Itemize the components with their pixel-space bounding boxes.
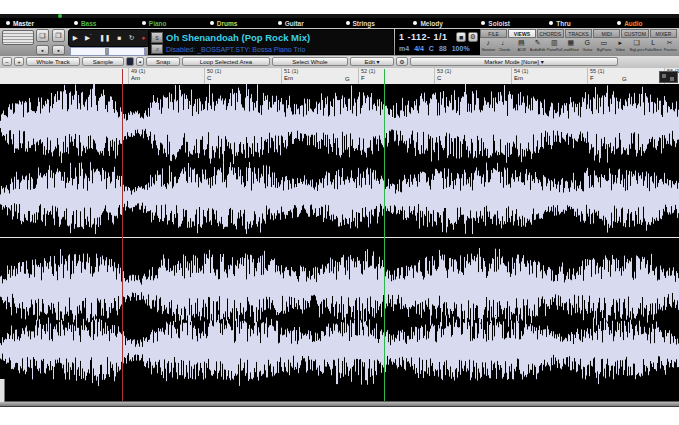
ruler-bar[interactable]: 55 (1)F (587, 68, 604, 84)
track-radio-dot[interactable] (6, 21, 10, 25)
track-tab-piano[interactable]: Piano (136, 18, 204, 28)
sample-button[interactable]: Sample (82, 57, 124, 66)
track-radio-dot[interactable] (210, 21, 214, 25)
track-tab-audio[interactable]: Audio (611, 18, 679, 28)
ruler-corner-widget[interactable] (659, 71, 678, 83)
track-radio-dot[interactable] (617, 21, 621, 25)
pause-button[interactable]: ❚❚ (99, 35, 110, 42)
track-tab-soloist[interactable]: Soloist (475, 18, 543, 28)
track-radio-dot[interactable] (481, 21, 485, 25)
ribbon-button-guitar[interactable]: GGuitar (579, 39, 596, 56)
track-radio-dot[interactable] (413, 21, 417, 25)
snap-color-swatch[interactable] (126, 57, 134, 66)
mode-tab-mixer[interactable]: MIXER (650, 29, 677, 38)
select-whole-button[interactable]: Select Whole (272, 57, 348, 66)
bar-counter: 1 -112- 1/1 (399, 32, 448, 42)
ribbon-button-fakesheet[interactable]: LFakeSheet (645, 39, 662, 56)
bar-counter-panel: 1 -112- 1/1 ■ ⚙ m44/4C88100% (395, 29, 480, 55)
ribbon-button-notation[interactable]: ♪Notation (480, 39, 497, 56)
settings-small-button[interactable]: ⚙ (468, 32, 478, 42)
ruler-bar[interactable]: 54 (1)Em (511, 68, 528, 84)
stop-button[interactable]: ■ (118, 35, 122, 42)
track-radio-dot[interactable] (74, 21, 78, 25)
ribbon-button-biglyrics[interactable]: ❏BigLyrics (629, 39, 646, 56)
audioedit-icon: ✎ (535, 39, 541, 47)
chord-label: C (437, 75, 451, 82)
whole-track-button[interactable]: Whole Track (26, 57, 80, 66)
ruler-bar[interactable]: 50 (1)C (204, 68, 221, 84)
play-button[interactable]: ▶ (73, 35, 78, 42)
ribbon-button-video[interactable]: ▸Video (612, 39, 629, 56)
mode-tab-tracks[interactable]: TRACKS (565, 29, 592, 38)
zoom-in-button[interactable]: + (14, 57, 24, 66)
style-name[interactable]: Disabled: _BOSSAPT.STY: Bossa Piano Trio (166, 46, 305, 53)
zoom-out-button[interactable]: − (2, 57, 12, 66)
mode-tab-file[interactable]: FILE (480, 29, 507, 38)
track-radio-dot[interactable] (346, 21, 350, 25)
track-radio-dot[interactable] (278, 21, 282, 25)
chord-label: F (590, 75, 604, 82)
ribbon-button-leadsheet[interactable]: ▦LeadSheet (563, 39, 580, 56)
status-token: 88 (439, 45, 447, 52)
play-from-button[interactable]: ▶˙ (85, 35, 92, 42)
bigpiano-icon: ▭ (600, 39, 607, 47)
ruler-bar[interactable]: 52 (1)F (358, 68, 375, 84)
scroll-thumb[interactable] (0, 379, 5, 402)
status-token: 4/4 (414, 45, 424, 52)
mixer-grid-button[interactable] (2, 30, 34, 45)
loop-selected-area-button[interactable]: Loop Selected Area (182, 57, 270, 66)
bar-number: 51 (1) (284, 68, 298, 75)
ribbon-button-bigpiano[interactable]: ▭BigPiano (596, 39, 613, 56)
mode-tab-midi[interactable]: MIDI (593, 29, 620, 38)
snap-checkbox[interactable]: ▪ (136, 57, 144, 66)
ribbon-button-practice[interactable]: ✂Practice (662, 39, 679, 56)
chord-label: G (345, 76, 350, 83)
marker-position-line (384, 69, 385, 401)
ruler-bar[interactable]: 53 (1)C (434, 68, 451, 84)
record-button[interactable]: ● (141, 35, 145, 42)
song-title[interactable]: Oh Shenandoah (Pop Rock Mix) (166, 32, 310, 43)
track-tab-bass[interactable]: Bass (68, 18, 136, 28)
hold-button[interactable]: ■ (456, 32, 466, 42)
playback-position-line (122, 69, 123, 401)
track-tab-thru[interactable]: Thru (543, 18, 611, 28)
ribbon-button-chords[interactable]: ♩Chords (497, 39, 514, 56)
new-song-button[interactable]: ❏ (36, 29, 49, 42)
mode-tab-views[interactable]: VIEWS (508, 29, 535, 38)
save-as-button[interactable]: ▪ (52, 45, 65, 55)
video-icon: ▸ (618, 39, 622, 47)
bar-ruler[interactable]: 49 (1)Am50 (1)C51 (1)Em52 (1)F53 (1)C54 … (0, 68, 679, 85)
ruler-bar[interactable]: 49 (1)Am (128, 68, 145, 84)
track-radio-dot[interactable] (549, 21, 553, 25)
toolbar-input-2[interactable] (108, 47, 145, 56)
gear-icon[interactable]: ⚙ (396, 57, 408, 66)
track-tab-label: Bass (81, 20, 97, 27)
track-tab-guitar[interactable]: Guitar (272, 18, 340, 28)
toolbar-input-1[interactable] (70, 47, 106, 56)
track-tab-strings[interactable]: Strings (340, 18, 408, 28)
open-song-button[interactable]: ❐ (52, 29, 65, 42)
bar-number: 50 (1) (207, 68, 221, 75)
loop-button[interactable]: ↻ (129, 35, 134, 42)
ribbon-label: Guitar (582, 47, 592, 52)
track-tab-drums[interactable]: Drums (204, 18, 272, 28)
track-tab-master[interactable]: Master (0, 18, 68, 28)
style-icon[interactable]: ♫ (151, 44, 163, 54)
marker-mode-button[interactable]: Marker Mode [None] ▾ (410, 57, 618, 66)
track-radio-dot[interactable] (142, 21, 146, 25)
snap-button[interactable]: Snap (146, 57, 180, 66)
song-title-panel[interactable]: S Oh Shenandoah (Pop Rock Mix) ♫ Disable… (148, 29, 394, 55)
song-memo-icon[interactable]: S (151, 32, 163, 43)
ribbon-label: Notation (482, 47, 495, 52)
track-tab-melody[interactable]: Melody (407, 18, 475, 28)
save-song-button[interactable]: ▪ (36, 45, 49, 55)
mode-tab-chords[interactable]: CHORDS (537, 29, 564, 38)
ribbon-button-audioedit[interactable]: ✎AudioEdit (530, 39, 547, 56)
ribbon-button-acw[interactable]: ▤ACW (513, 39, 530, 56)
track-tab-label: Soloist (488, 20, 510, 27)
audio-waveform-display[interactable] (0, 84, 679, 401)
ruler-bar[interactable]: 51 (1)Em (281, 68, 298, 84)
ribbon-button-pianoroll[interactable]: ▥PianoRoll (546, 39, 563, 56)
edit-menu-button[interactable]: Edit ▾ (350, 57, 394, 66)
mode-tab-custom[interactable]: CUSTOM (621, 29, 648, 38)
